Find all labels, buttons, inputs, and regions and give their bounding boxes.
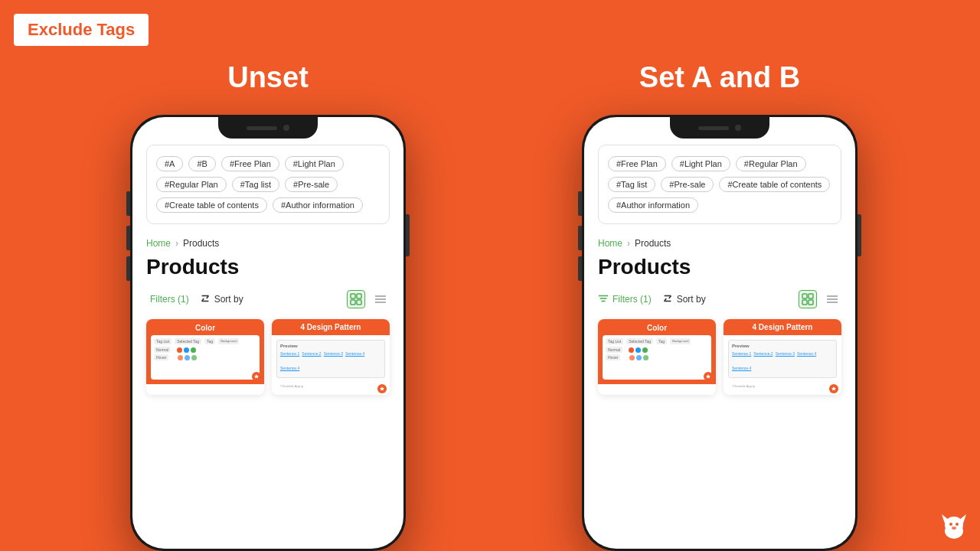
svg-point-34 bbox=[952, 527, 956, 530]
color-card-title-left: Color bbox=[151, 324, 260, 332]
grid-view-button-right[interactable] bbox=[799, 290, 817, 308]
svg-rect-22 bbox=[808, 294, 813, 298]
tags-wrap-left: #A #B #Free Plan #Light Plan #Regular Pl… bbox=[156, 156, 380, 213]
silent-button bbox=[126, 256, 130, 281]
tag-free-plan[interactable]: #Free Plan bbox=[221, 156, 279, 171]
column-title-setab: Set A and B bbox=[582, 61, 858, 94]
products-grid-left: Color Tag List Selected Tag Tag Backgrou… bbox=[146, 319, 390, 395]
column-title-unset: Unset bbox=[130, 61, 406, 94]
svg-point-32 bbox=[949, 523, 952, 526]
color-card-content-right: Tag List Selected Tag Tag Background Nor… bbox=[603, 335, 711, 380]
breadcrumb-sep-right: › bbox=[627, 238, 630, 249]
power-button-right bbox=[858, 214, 861, 256]
volume-up-button-right bbox=[578, 191, 582, 216]
filters-label-left: Filters (1) bbox=[150, 294, 189, 305]
speaker bbox=[247, 126, 277, 130]
tag-free-plan-right[interactable]: #Free Plan bbox=[608, 156, 666, 171]
svg-rect-23 bbox=[802, 300, 807, 305]
phone-left: #A #B #Free Plan #Light Plan #Regular Pl… bbox=[130, 115, 406, 551]
silent-button-right bbox=[578, 256, 582, 281]
tag-tag-list[interactable]: #Tag list bbox=[232, 177, 279, 192]
sort-icon-right bbox=[662, 293, 673, 306]
sort-button-right[interactable]: Sort by bbox=[662, 293, 706, 306]
design-card-body-right: Preview Sentence.1 Sentence.2 Sentence.3… bbox=[724, 335, 841, 383]
breadcrumb-current-left: Products bbox=[183, 238, 219, 249]
camera-right bbox=[735, 125, 741, 131]
page-title-left: Products bbox=[146, 255, 390, 279]
svg-rect-21 bbox=[802, 294, 807, 298]
tag-pre-sale-right[interactable]: #Pre-sale bbox=[661, 177, 714, 192]
svg-rect-8 bbox=[357, 294, 361, 298]
tag-author-info-right[interactable]: #Author information bbox=[608, 197, 698, 213]
camera bbox=[283, 125, 289, 131]
design-card-icon-left bbox=[377, 384, 387, 393]
product-card-color-right[interactable]: Color Tag List Selected Tag Tag Backgrou… bbox=[598, 319, 716, 395]
tag-b[interactable]: #B bbox=[188, 156, 215, 171]
breadcrumb-sep-left: › bbox=[175, 238, 178, 249]
filters-button-right[interactable]: Filters (1) bbox=[598, 293, 652, 306]
color-card-title-right: Color bbox=[603, 324, 711, 332]
product-card-color-left[interactable]: Color Tag List Selected Tag Tag Backgrou… bbox=[146, 319, 264, 395]
phone-right: #Free Plan #Light Plan #Regular Plan #Ta… bbox=[582, 115, 858, 551]
color-card-content-left: Tag List Selected Tag Tag Background Nor… bbox=[151, 335, 260, 380]
tag-author-info[interactable]: #Author information bbox=[273, 197, 363, 213]
design-card-preview-left: Preview Sentence.1 Sentence.2 Sentence.3… bbox=[276, 340, 385, 378]
svg-point-33 bbox=[956, 523, 959, 526]
tag-regular-plan-right[interactable]: #Regular Plan bbox=[736, 156, 806, 171]
svg-rect-9 bbox=[351, 300, 355, 305]
tag-create-toc[interactable]: #Create table of contents bbox=[156, 197, 267, 213]
products-grid-right: Color Tag List Selected Tag Tag Backgrou… bbox=[598, 319, 841, 395]
svg-rect-24 bbox=[808, 300, 813, 305]
tags-section-left: #A #B #Free Plan #Light Plan #Regular Pl… bbox=[146, 145, 390, 224]
svg-point-31 bbox=[945, 517, 963, 533]
design-card-preview-right: Preview Sentence.1 Sentence.2 Sentence.3… bbox=[728, 340, 837, 378]
product-card-color-img-left: Color Tag List Selected Tag Tag Backgrou… bbox=[146, 319, 264, 384]
tags-wrap-right: #Free Plan #Light Plan #Regular Plan #Ta… bbox=[608, 156, 831, 213]
tag-light-plan-right[interactable]: #Light Plan bbox=[671, 156, 730, 171]
grid-view-button-left[interactable] bbox=[347, 290, 365, 308]
breadcrumb-home-left[interactable]: Home bbox=[146, 238, 171, 249]
filters-button-left[interactable]: Filters (1) bbox=[146, 294, 189, 305]
tag-pre-sale[interactable]: #Pre-sale bbox=[285, 177, 338, 192]
tag-tag-list-right[interactable]: #Tag list bbox=[608, 177, 655, 192]
volume-up-button bbox=[126, 191, 130, 216]
filter-icon-right bbox=[598, 293, 609, 306]
filters-label-right: Filters (1) bbox=[612, 294, 652, 305]
product-card-design-left[interactable]: 4 Design Pattern Preview Sentence.1 Sent… bbox=[272, 319, 390, 395]
volume-down-button bbox=[126, 226, 130, 250]
fox-mascot-icon bbox=[939, 510, 969, 540]
sort-icon-left bbox=[200, 293, 211, 306]
product-card-design-right[interactable]: 4 Design Pattern Preview Sentence.1 Sent… bbox=[724, 319, 841, 395]
view-icons-left bbox=[347, 290, 390, 308]
notch bbox=[218, 117, 318, 139]
sort-label-left: Sort by bbox=[214, 294, 243, 305]
toolbar-right: Filters (1) Sort by bbox=[598, 290, 841, 308]
toolbar-left: Filters (1) Sort by bbox=[146, 290, 390, 308]
breadcrumb-current-right: Products bbox=[635, 238, 671, 249]
tag-create-toc-right[interactable]: #Create table of contents bbox=[719, 177, 830, 192]
svg-rect-10 bbox=[357, 300, 361, 305]
tag-light-plan[interactable]: #Light Plan bbox=[285, 156, 344, 171]
svg-rect-7 bbox=[351, 294, 355, 298]
tag-regular-plan[interactable]: #Regular Plan bbox=[156, 177, 227, 192]
design-card-header-left: 4 Design Pattern bbox=[272, 319, 390, 335]
speaker-right bbox=[698, 126, 729, 130]
design-card-header-right: 4 Design Pattern bbox=[724, 319, 841, 335]
list-view-button-left[interactable] bbox=[371, 290, 390, 308]
list-view-button-right[interactable] bbox=[823, 290, 841, 308]
sort-button-left[interactable]: Sort by bbox=[200, 293, 243, 306]
power-button bbox=[406, 214, 410, 256]
page-title-right: Products bbox=[598, 255, 841, 279]
tag-a[interactable]: #A bbox=[156, 156, 183, 171]
design-card-icon-right bbox=[829, 384, 838, 393]
color-card-icon-left bbox=[252, 372, 261, 381]
color-card-icon-right bbox=[704, 372, 713, 381]
sort-label-right: Sort by bbox=[677, 294, 706, 305]
exclude-tags-label: Exclude Tags bbox=[14, 14, 149, 46]
breadcrumb-right: Home › Products bbox=[598, 238, 841, 249]
volume-down-button-right bbox=[578, 226, 582, 250]
design-card-body-left: Preview Sentence.1 Sentence.2 Sentence.3… bbox=[272, 335, 390, 383]
tags-section-right: #Free Plan #Light Plan #Regular Plan #Ta… bbox=[598, 145, 841, 224]
breadcrumb-left: Home › Products bbox=[146, 238, 390, 249]
breadcrumb-home-right[interactable]: Home bbox=[598, 238, 622, 249]
